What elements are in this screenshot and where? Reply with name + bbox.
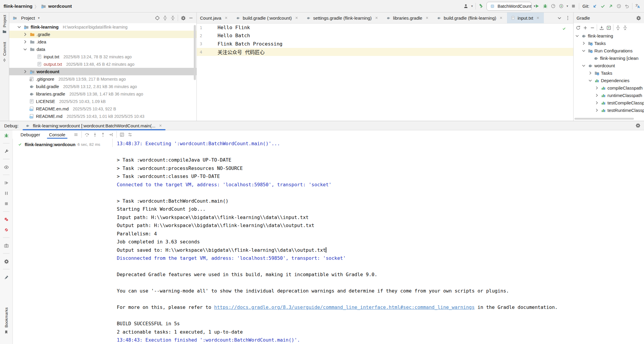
run-with-coverage-button[interactable] (558, 4, 564, 9)
run-to-cursor-button[interactable] (108, 132, 114, 137)
project-tree-row[interactable]: MDREADME.md2025/5/25 10:43, 1.01 kB 2025… (9, 112, 196, 120)
sidebar-item-commit[interactable]: Commit (2, 42, 7, 63)
rollback-button[interactable] (624, 4, 629, 9)
chevron-right-icon[interactable] (594, 100, 599, 106)
thread-dump-button[interactable] (4, 243, 9, 248)
chevron-down-icon[interactable] (22, 47, 28, 52)
chevron-down-icon[interactable] (581, 63, 586, 68)
git-commit-button[interactable] (600, 4, 605, 9)
translate-icon[interactable]: 文A (635, 4, 640, 9)
chevron-down-icon[interactable] (588, 78, 593, 83)
gradle-tree-row[interactable]: Tasks (574, 69, 644, 77)
debug-button[interactable] (542, 4, 548, 9)
stop-process-button[interactable] (4, 201, 9, 206)
pause-button[interactable] (4, 190, 9, 196)
gradle-tree-row[interactable]: flink-learning (574, 32, 644, 40)
project-tree-row[interactable]: MDREADME.en.md2025/5/25 10:43, 922 B (9, 105, 196, 112)
view-breakpoints-button[interactable] (4, 217, 9, 222)
tab-options-kebab-icon[interactable] (565, 15, 570, 21)
gradle-run-task-button[interactable] (606, 25, 611, 30)
chevron-right-icon[interactable] (581, 41, 586, 46)
hide-panel-button[interactable] (188, 15, 193, 21)
project-tree-row[interactable]: output.txt2025/6/8 13:48, 45 B 42 minute… (9, 60, 196, 68)
tab-console[interactable]: Console (45, 130, 69, 139)
gradle-hscrollbar[interactable] (574, 118, 634, 120)
gradle-tree-row[interactable]: flink-learning [clean (574, 54, 644, 62)
close-tab-icon[interactable] (424, 15, 430, 21)
close-tab-icon[interactable] (498, 15, 504, 21)
chevron-right-icon[interactable] (22, 69, 28, 74)
chevron-right-icon[interactable] (22, 32, 28, 37)
tab-list-dropdown-icon[interactable] (557, 15, 562, 21)
breadcrumb-module[interactable]: wordcount (48, 4, 72, 9)
more-run-options-icon[interactable]: ▾ (566, 4, 568, 8)
close-tab-icon[interactable] (294, 15, 299, 21)
resume-button[interactable] (4, 180, 9, 185)
evaluate-expression-button[interactable] (119, 132, 125, 137)
view-options-icon[interactable] (4, 164, 9, 170)
chevron-right-icon[interactable] (594, 85, 599, 91)
history-button[interactable] (616, 4, 621, 9)
close-tab-icon[interactable] (535, 15, 541, 21)
gradle-tree-row[interactable]: Run Configurations (574, 47, 644, 54)
run-configuration-selector[interactable]: BatchWordCount ▾ (486, 2, 532, 11)
run-button[interactable] (534, 4, 540, 9)
chevron-down-icon[interactable] (575, 33, 580, 39)
editor-line[interactable]: 4关注公众号 代码匠心 (197, 48, 573, 56)
gradle-docs-link[interactable]: https://docs.gradle.org/8.3/userguide/co… (214, 304, 475, 310)
gradle-expand-all-button[interactable] (615, 25, 621, 30)
close-tab-icon[interactable] (374, 15, 379, 21)
project-tree-row[interactable]: .idea (9, 38, 196, 46)
project-tree-row[interactable]: .gitignore2025/6/8 13:59, 217 B Moments … (9, 75, 196, 83)
gradle-add-button[interactable] (582, 25, 588, 30)
build-hammer-icon[interactable] (478, 4, 484, 9)
project-settings-icon[interactable] (180, 15, 186, 21)
mute-breakpoints-button[interactable] (4, 227, 9, 232)
debug-settings-wrench-icon[interactable] (4, 148, 9, 154)
chevron-right-icon[interactable] (588, 71, 593, 76)
gradle-download-sources-button[interactable] (599, 25, 604, 30)
gradle-tree-row[interactable]: compileClasspath (574, 84, 644, 92)
tab-debugger[interactable]: Debugger (17, 130, 44, 139)
project-tree-row[interactable]: input.txt2025/6/8 13:24, 78 B 32 minutes… (9, 53, 196, 60)
sidebar-item-bookmarks[interactable]: Bookmarks (4, 307, 9, 344)
project-tree-row[interactable]: wordcount (9, 68, 196, 75)
step-over-button[interactable] (84, 132, 90, 137)
project-tree-row[interactable]: data (9, 46, 196, 53)
gradle-tree-row[interactable]: wordcount (574, 62, 644, 69)
editor-tab-libraries.gradle[interactable]: libraries.gradle (382, 12, 433, 23)
user-dropdown-icon[interactable]: ▾ (471, 4, 473, 8)
project-tree-scrollbar[interactable] (194, 25, 196, 80)
gradle-remove-button[interactable] (590, 25, 595, 30)
editor-line[interactable]: 3Flink Batch Processing (197, 40, 573, 48)
chevron-down-icon[interactable] (581, 48, 586, 54)
layout-menu-icon[interactable] (73, 132, 79, 137)
gradle-tree-row[interactable]: testCompileClasspath (574, 99, 644, 107)
step-out-button[interactable] (100, 132, 106, 137)
git-push-button[interactable] (608, 4, 613, 9)
editor-line[interactable]: 1Hello Flink (197, 24, 573, 32)
editor-tab-build.gradle[interactable]: build.gradle (:wordcount) (232, 12, 303, 23)
debug-session-tab[interactable]: flink-learning:wordcount [:wordcount:Bat… (21, 121, 166, 130)
locate-file-button[interactable] (155, 15, 160, 21)
pin-tab-icon[interactable] (4, 274, 9, 280)
editor-tab-settings.gradle[interactable]: settings.gradle (flink-learning) (303, 12, 382, 23)
project-view-title[interactable]: Project (21, 15, 35, 21)
chevron-down-icon[interactable] (16, 24, 22, 30)
project-view-dropdown-icon[interactable]: ▾ (38, 16, 40, 20)
gradle-tree-row[interactable]: runtimeClasspath (574, 92, 644, 99)
user-icon[interactable] (463, 4, 469, 9)
gradle-settings-icon[interactable] (636, 15, 641, 21)
debug-settings-icon[interactable] (635, 123, 640, 128)
chevron-right-icon[interactable] (22, 39, 28, 45)
gradle-tree-row[interactable]: Tasks (574, 40, 644, 47)
editor-line[interactable]: 2Hello Batch (197, 32, 573, 40)
debug-layout-settings-icon[interactable] (4, 259, 9, 264)
step-into-button[interactable] (92, 132, 98, 137)
restore-layout-icon[interactable] (127, 132, 133, 137)
project-tree-row[interactable]: .gradle (9, 31, 196, 38)
run-status-row[interactable]: flink-learning:wordcoun 6 sec, 82 ms (12, 139, 113, 147)
editor-tab-build.gradle[interactable]: build.gradle (flink-learning) (433, 12, 507, 23)
rerun-debug-button[interactable] (4, 133, 9, 138)
editor-tab-input.txt[interactable]: input.txt (507, 12, 544, 23)
